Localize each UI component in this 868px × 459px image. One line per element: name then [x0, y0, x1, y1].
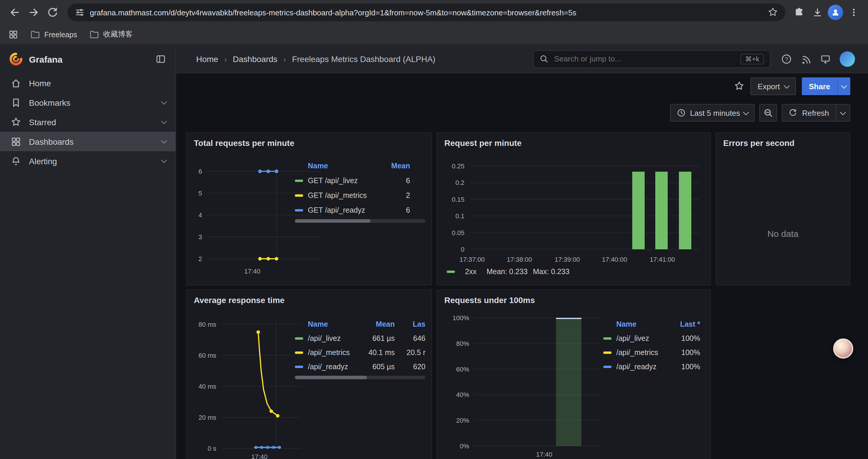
legend-series-name[interactable]: /api/_readyz [295, 363, 359, 371]
zoom-out-button[interactable] [760, 104, 777, 122]
legend-column-header[interactable]: Name [295, 162, 372, 170]
export-button[interactable]: Export [751, 77, 796, 95]
chevron-down-icon[interactable] [161, 157, 167, 163]
news-rss-icon[interactable] [801, 54, 811, 64]
bookmark-label: Freeleaps [44, 30, 77, 39]
legend-row[interactable]: /api/_readyz100% [603, 360, 700, 374]
chevron-down-icon[interactable] [161, 99, 167, 104]
floating-assistant-avatar[interactable] [833, 338, 853, 359]
svg-text:4: 4 [198, 211, 202, 219]
sidebar-item-alerting[interactable]: Alerting [0, 151, 176, 171]
legend-scrollbar[interactable] [295, 219, 426, 223]
share-label: Share [802, 77, 837, 95]
refresh-icon [788, 108, 798, 118]
reload-button[interactable] [44, 4, 61, 21]
sidebar-toggle-icon[interactable] [155, 54, 166, 64]
series-color-dash [603, 352, 612, 354]
breadcrumb-separator: › [283, 54, 286, 64]
panel-title[interactable]: Requests under 100ms [444, 295, 535, 305]
svg-text:17:40: 17:40 [536, 451, 552, 458]
legend-series-name[interactable]: GET /api/_readyz [295, 206, 372, 214]
browser-menu-kebab-icon[interactable] [845, 4, 862, 21]
download-icon[interactable] [809, 4, 826, 21]
time-controls: Last 5 minutes Refresh [176, 104, 850, 122]
legend-series-name[interactable]: /api/_readyz [603, 363, 665, 371]
sidebar-item-bookmarks[interactable]: Bookmarks [0, 93, 176, 112]
breadcrumb-dashboards[interactable]: Dashboards [233, 54, 277, 64]
chevron-down-icon[interactable] [161, 138, 167, 143]
legend-series-name[interactable]: /api/_livez [603, 334, 665, 342]
legend-series-name[interactable]: GET /api/_livez [295, 176, 372, 185]
browser-profile-avatar[interactable] [828, 5, 843, 20]
series-color-dash [447, 270, 455, 273]
svg-text:60 ms: 60 ms [198, 352, 216, 359]
bookmark-folder-blogs[interactable]: 收藏博客 [89, 30, 133, 40]
extensions-icon[interactable] [791, 4, 808, 21]
svg-text:5: 5 [198, 190, 202, 197]
legend-column-header[interactable]: Las [395, 320, 426, 328]
bookmark-folder-freeleaps[interactable]: Freeleaps [30, 30, 77, 40]
legend-series-name[interactable]: /api/_livez [295, 334, 359, 342]
under-100ms-chart[interactable]: 100%80%60%40%20%0%17:40 [444, 311, 607, 459]
site-settings-icon[interactable] [74, 7, 85, 18]
chevron-down-icon[interactable] [161, 118, 167, 124]
svg-text:17:37:00: 17:37:00 [459, 256, 485, 263]
legend-row[interactable]: GET /api/_readyz6 [295, 203, 410, 218]
legend-column-header[interactable]: Mean [359, 320, 395, 328]
time-range-picker[interactable]: Last 5 minutes [670, 104, 755, 122]
request-rate-chart[interactable]: 0.250.20.150.10.05017:37:0017:38:0017:39… [444, 154, 704, 266]
svg-text:17:40:00: 17:40:00 [602, 256, 627, 263]
legend-row[interactable]: /api/_metrics100% [603, 346, 700, 360]
sidebar-item-dashboards[interactable]: Dashboards [0, 132, 176, 151]
clock-icon [677, 108, 686, 118]
search-box[interactable]: ⌘+k [533, 50, 771, 68]
svg-text:0.1: 0.1 [455, 212, 464, 220]
user-avatar[interactable] [840, 51, 855, 66]
back-button[interactable] [6, 4, 24, 21]
legend-row[interactable]: /api/_readyz605 µs620 [295, 360, 426, 374]
legend-column-header[interactable]: Last * [665, 320, 700, 328]
url-bar[interactable] [67, 4, 785, 21]
legend-row[interactable]: GET /api/_metrics2 [295, 188, 410, 203]
forward-button[interactable] [25, 4, 42, 21]
url-input[interactable] [85, 8, 768, 17]
series-color-dash [603, 337, 612, 340]
legend-value: 646 [395, 334, 426, 342]
legend-row[interactable]: /api/_livez100% [603, 331, 700, 346]
favorite-star-icon[interactable] [734, 81, 745, 92]
legend-column-header[interactable]: Name [603, 320, 665, 328]
panel-title[interactable]: Errors per second [723, 138, 795, 148]
legend-scrollbar[interactable] [295, 376, 426, 379]
panel-title[interactable]: Request per minute [444, 138, 522, 148]
legend-column-header[interactable]: Mean [372, 162, 410, 170]
legend-column-header[interactable]: Name [295, 320, 359, 328]
bookmark-star-icon[interactable] [768, 7, 778, 18]
legend-series-name[interactable]: GET /api/_metrics [295, 191, 372, 199]
avg-response-chart[interactable]: 80 ms60 ms40 ms20 ms0 s17:40 [193, 311, 308, 459]
svg-text:0.15: 0.15 [452, 196, 464, 203]
apps-grid-icon[interactable] [8, 30, 18, 40]
legend-row[interactable]: /api/_metrics40.1 ms20.5 r [295, 346, 426, 360]
legend-series-name[interactable]: /api/_metrics [603, 349, 665, 357]
svg-text:80%: 80% [456, 340, 469, 347]
legend-table: NameMeanGET /api/_livez6GET /api/_metric… [295, 159, 426, 218]
breadcrumb-home[interactable]: Home [196, 54, 218, 64]
sidebar-item-home[interactable]: Home [0, 73, 176, 93]
refresh-interval-caret[interactable] [836, 104, 850, 121]
share-button[interactable]: Share [802, 77, 850, 95]
grafana-logo[interactable] [9, 53, 23, 66]
panel-title[interactable]: Average response time [194, 295, 284, 305]
legend-row[interactable]: /api/_livez661 µs646 [295, 331, 426, 346]
search-input[interactable] [553, 54, 736, 64]
svg-text:100%: 100% [453, 314, 469, 322]
sidebar-item-starred[interactable]: Starred [0, 112, 176, 132]
refresh-button[interactable]: Refresh [782, 104, 850, 122]
panel-title[interactable]: Total requests per minute [194, 138, 294, 148]
legend-row[interactable]: GET /api/_livez6 [295, 173, 410, 188]
monitor-kiosk-icon[interactable] [820, 54, 831, 64]
share-caret[interactable] [837, 77, 850, 95]
svg-text:6: 6 [198, 168, 202, 175]
help-icon[interactable]: ? [781, 54, 792, 64]
legend-series-name[interactable]: 2xx [465, 268, 476, 276]
legend-series-name[interactable]: /api/_metrics [295, 349, 359, 357]
